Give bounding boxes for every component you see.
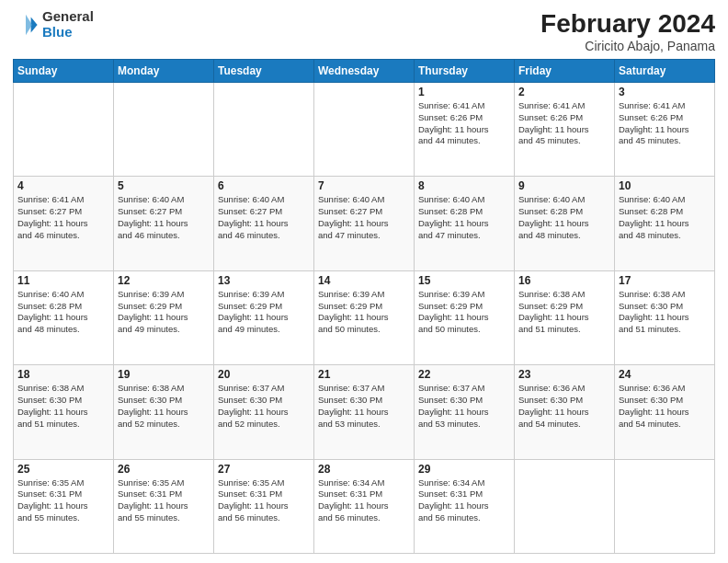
day-info: Sunrise: 6:39 AM Sunset: 6:29 PM Dayligh…: [418, 289, 510, 336]
calendar-cell: 20Sunrise: 6:37 AM Sunset: 6:30 PM Dayli…: [214, 365, 314, 459]
day-number: 5: [118, 179, 210, 192]
day-number: 21: [318, 368, 410, 381]
logo-general-text: General: [42, 9, 94, 25]
calendar-cell: [515, 459, 615, 553]
calendar-subtitle: Ciricito Abajo, Panama: [540, 39, 715, 53]
day-info: Sunrise: 6:36 AM Sunset: 6:30 PM Dayligh…: [619, 383, 711, 430]
calendar-body: 1Sunrise: 6:41 AM Sunset: 6:26 PM Daylig…: [14, 83, 715, 554]
calendar-cell: 18Sunrise: 6:38 AM Sunset: 6:30 PM Dayli…: [14, 365, 114, 459]
calendar-cell: 26Sunrise: 6:35 AM Sunset: 6:31 PM Dayli…: [114, 459, 214, 553]
calendar-cell: 25Sunrise: 6:35 AM Sunset: 6:31 PM Dayli…: [14, 459, 114, 553]
calendar-cell: 1Sunrise: 6:41 AM Sunset: 6:26 PM Daylig…: [415, 83, 515, 177]
day-info: Sunrise: 6:37 AM Sunset: 6:30 PM Dayligh…: [218, 383, 310, 430]
day-info: Sunrise: 6:38 AM Sunset: 6:30 PM Dayligh…: [118, 383, 210, 430]
day-number: 27: [218, 463, 310, 476]
day-number: 26: [118, 463, 210, 476]
day-info: Sunrise: 6:40 AM Sunset: 6:28 PM Dayligh…: [17, 289, 109, 336]
day-number: 18: [17, 368, 109, 381]
day-info: Sunrise: 6:41 AM Sunset: 6:27 PM Dayligh…: [17, 194, 109, 241]
calendar-cell: 19Sunrise: 6:38 AM Sunset: 6:30 PM Dayli…: [114, 365, 214, 459]
calendar-cell: 11Sunrise: 6:40 AM Sunset: 6:28 PM Dayli…: [14, 270, 114, 364]
calendar-cell: 7Sunrise: 6:40 AM Sunset: 6:27 PM Daylig…: [314, 177, 415, 270]
calendar-cell: 10Sunrise: 6:40 AM Sunset: 6:28 PM Dayli…: [615, 177, 715, 270]
day-number: 24: [619, 368, 711, 381]
day-info: Sunrise: 6:39 AM Sunset: 6:29 PM Dayligh…: [318, 289, 410, 336]
day-header-sunday: Sunday: [14, 60, 114, 83]
header: General Blue February 2024 Ciricito Abaj…: [13, 9, 715, 53]
day-number: 8: [418, 179, 510, 192]
calendar-title: February 2024: [540, 9, 715, 39]
day-number: 6: [218, 179, 310, 192]
day-header-tuesday: Tuesday: [214, 60, 314, 83]
day-info: Sunrise: 6:40 AM Sunset: 6:28 PM Dayligh…: [518, 194, 610, 241]
calendar-cell: 12Sunrise: 6:39 AM Sunset: 6:29 PM Dayli…: [114, 270, 214, 364]
day-number: 29: [418, 463, 510, 476]
calendar-cell: 9Sunrise: 6:40 AM Sunset: 6:28 PM Daylig…: [515, 177, 615, 270]
day-number: 9: [518, 179, 610, 192]
calendar-cell: [314, 83, 415, 177]
calendar-cell: 5Sunrise: 6:40 AM Sunset: 6:27 PM Daylig…: [114, 177, 214, 270]
page: General Blue February 2024 Ciricito Abaj…: [0, 0, 728, 563]
day-number: 28: [318, 463, 410, 476]
day-info: Sunrise: 6:38 AM Sunset: 6:30 PM Dayligh…: [17, 383, 109, 430]
calendar-cell: 29Sunrise: 6:34 AM Sunset: 6:31 PM Dayli…: [415, 459, 515, 553]
day-info: Sunrise: 6:38 AM Sunset: 6:29 PM Dayligh…: [518, 289, 610, 336]
calendar-cell: 17Sunrise: 6:38 AM Sunset: 6:30 PM Dayli…: [615, 270, 715, 364]
logo-blue-text: Blue: [42, 25, 94, 40]
day-number: 23: [518, 368, 610, 381]
logo-text: General Blue: [42, 9, 94, 40]
day-header-row: SundayMondayTuesdayWednesdayThursdayFrid…: [14, 60, 715, 83]
week-row-3: 18Sunrise: 6:38 AM Sunset: 6:30 PM Dayli…: [14, 365, 715, 459]
day-number: 2: [518, 86, 610, 98]
day-number: 20: [218, 368, 310, 381]
day-number: 4: [17, 179, 109, 192]
day-info: Sunrise: 6:35 AM Sunset: 6:31 PM Dayligh…: [118, 477, 210, 524]
day-info: Sunrise: 6:34 AM Sunset: 6:31 PM Dayligh…: [318, 477, 410, 524]
day-info: Sunrise: 6:40 AM Sunset: 6:28 PM Dayligh…: [619, 194, 711, 241]
day-number: 14: [318, 274, 410, 287]
day-number: 13: [218, 274, 310, 287]
calendar-cell: 4Sunrise: 6:41 AM Sunset: 6:27 PM Daylig…: [14, 177, 114, 270]
calendar-cell: 22Sunrise: 6:37 AM Sunset: 6:30 PM Dayli…: [415, 365, 515, 459]
day-number: 25: [17, 463, 109, 476]
day-number: 22: [418, 368, 510, 381]
day-info: Sunrise: 6:38 AM Sunset: 6:30 PM Dayligh…: [619, 289, 711, 336]
day-info: Sunrise: 6:35 AM Sunset: 6:31 PM Dayligh…: [218, 477, 310, 524]
calendar-cell: [114, 83, 214, 177]
calendar-cell: 8Sunrise: 6:40 AM Sunset: 6:28 PM Daylig…: [415, 177, 515, 270]
day-number: 11: [17, 274, 109, 287]
calendar-cell: 3Sunrise: 6:41 AM Sunset: 6:26 PM Daylig…: [615, 83, 715, 177]
week-row-0: 1Sunrise: 6:41 AM Sunset: 6:26 PM Daylig…: [14, 83, 715, 177]
day-header-friday: Friday: [515, 60, 615, 83]
day-header-thursday: Thursday: [415, 60, 515, 83]
day-number: 12: [118, 274, 210, 287]
calendar-cell: 2Sunrise: 6:41 AM Sunset: 6:26 PM Daylig…: [515, 83, 615, 177]
day-number: 7: [318, 179, 410, 192]
day-info: Sunrise: 6:39 AM Sunset: 6:29 PM Dayligh…: [218, 289, 310, 336]
day-header-saturday: Saturday: [615, 60, 715, 83]
calendar-cell: 23Sunrise: 6:36 AM Sunset: 6:30 PM Dayli…: [515, 365, 615, 459]
day-number: 1: [418, 86, 510, 98]
day-info: Sunrise: 6:36 AM Sunset: 6:30 PM Dayligh…: [518, 383, 610, 430]
day-info: Sunrise: 6:41 AM Sunset: 6:26 PM Dayligh…: [418, 100, 510, 147]
calendar-cell: 14Sunrise: 6:39 AM Sunset: 6:29 PM Dayli…: [314, 270, 415, 364]
day-info: Sunrise: 6:41 AM Sunset: 6:26 PM Dayligh…: [619, 100, 711, 147]
week-row-2: 11Sunrise: 6:40 AM Sunset: 6:28 PM Dayli…: [14, 270, 715, 364]
calendar-table: SundayMondayTuesdayWednesdayThursdayFrid…: [13, 59, 715, 554]
day-info: Sunrise: 6:34 AM Sunset: 6:31 PM Dayligh…: [418, 477, 510, 524]
calendar-cell: [214, 83, 314, 177]
calendar-cell: 15Sunrise: 6:39 AM Sunset: 6:29 PM Dayli…: [415, 270, 515, 364]
day-info: Sunrise: 6:40 AM Sunset: 6:27 PM Dayligh…: [118, 194, 210, 241]
day-info: Sunrise: 6:40 AM Sunset: 6:28 PM Dayligh…: [418, 194, 510, 241]
day-info: Sunrise: 6:37 AM Sunset: 6:30 PM Dayligh…: [418, 383, 510, 430]
calendar-cell: [14, 83, 114, 177]
week-row-1: 4Sunrise: 6:41 AM Sunset: 6:27 PM Daylig…: [14, 177, 715, 270]
calendar-cell: 13Sunrise: 6:39 AM Sunset: 6:29 PM Dayli…: [214, 270, 314, 364]
day-info: Sunrise: 6:35 AM Sunset: 6:31 PM Dayligh…: [17, 477, 109, 524]
calendar-cell: 16Sunrise: 6:38 AM Sunset: 6:29 PM Dayli…: [515, 270, 615, 364]
day-number: 17: [619, 274, 711, 287]
day-number: 10: [619, 179, 711, 192]
logo-icon: [13, 12, 39, 38]
calendar-cell: 24Sunrise: 6:36 AM Sunset: 6:30 PM Dayli…: [615, 365, 715, 459]
calendar-cell: [615, 459, 715, 553]
